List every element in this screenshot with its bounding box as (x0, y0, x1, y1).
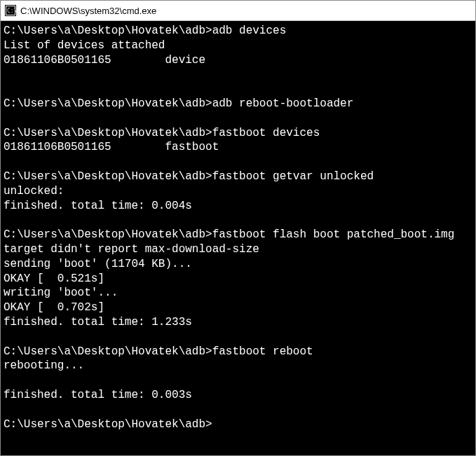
output-line: 01861106B0501165 device (4, 53, 472, 68)
output-line (4, 82, 472, 97)
output-line (4, 330, 472, 345)
output-line: sending 'boot' (11704 KB)... (4, 257, 472, 272)
svg-text:C:\: C:\ (7, 8, 16, 14)
cmd-icon: C:\ (5, 5, 16, 16)
window-title: C:\WINDOWS\system32\cmd.exe (20, 6, 156, 16)
output-line: finished. total time: 1.233s (4, 315, 472, 330)
output-line: writing 'boot'... (4, 286, 472, 300)
terminal-output[interactable]: C:\Users\a\Desktop\Hovatek\adb>adb devic… (1, 21, 475, 455)
prompt-line: C:\Users\a\Desktop\Hovatek\adb>adb devic… (4, 24, 472, 39)
output-line: unlocked: (4, 184, 472, 199)
prompt-line: C:\Users\a\Desktop\Hovatek\adb>fastboot … (4, 228, 472, 242)
output-line: List of devices attached (4, 39, 472, 53)
cmd-window: C:\ C:\WINDOWS\system32\cmd.exe C:\Users… (0, 0, 476, 456)
prompt-line: C:\Users\a\Desktop\Hovatek\adb>adb reboo… (4, 97, 472, 111)
output-line: finished. total time: 0.003s (4, 388, 472, 403)
output-line (4, 403, 472, 417)
output-line (4, 373, 472, 388)
output-line: target didn't report max-download-size (4, 242, 472, 257)
prompt-line: C:\Users\a\Desktop\Hovatek\adb>fastboot … (4, 170, 472, 184)
prompt-line: C:\Users\a\Desktop\Hovatek\adb>fastboot … (4, 126, 472, 141)
output-line: 01861106B0501165 fastboot (4, 140, 472, 155)
output-line: rebooting... (4, 359, 472, 373)
output-line (4, 213, 472, 228)
output-line: OKAY [ 0.521s] (4, 272, 472, 286)
output-line (4, 111, 472, 126)
prompt-line: C:\Users\a\Desktop\Hovatek\adb> (4, 417, 472, 432)
prompt-line: C:\Users\a\Desktop\Hovatek\adb>fastboot … (4, 345, 472, 359)
output-line (4, 67, 472, 82)
output-line: finished. total time: 0.004s (4, 199, 472, 214)
output-line: OKAY [ 0.702s] (4, 300, 472, 315)
window-titlebar[interactable]: C:\ C:\WINDOWS\system32\cmd.exe (1, 1, 475, 21)
output-line (4, 155, 472, 170)
